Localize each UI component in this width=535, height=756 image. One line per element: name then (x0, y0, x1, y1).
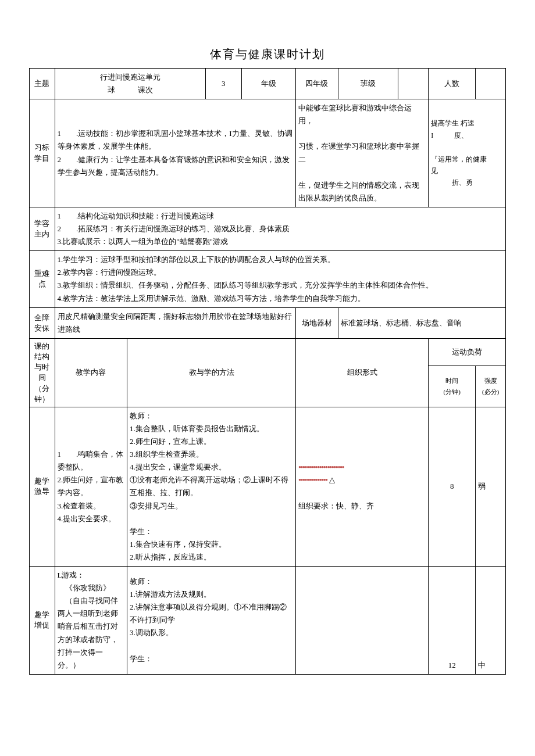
label-topic: 主题 (30, 69, 55, 99)
seg2-org (296, 567, 429, 675)
col-content: 教学内容 (55, 338, 127, 407)
grade-value: 四年级 (296, 69, 338, 99)
label-class: 班级 (338, 69, 398, 99)
col-method: 教与学的方法 (127, 338, 295, 407)
col-org: 组织形式 (296, 338, 429, 407)
col-structure: 课的结构与时间（分钟） (30, 338, 55, 407)
label-equipment: 场地器材 (296, 307, 338, 338)
count-value (476, 69, 506, 99)
seg1-org: •••••••••••••••••••••• •••••••••••••• △ … (296, 407, 429, 566)
row-segment-1: 趣学激导 1 .鸣哨集合，体委整队。 2.师生问好，宣布教学内容。 3.检查着装… (30, 407, 506, 566)
lesson-plan-table: 主题 行进间慢跑运单元 球 课次 3 年级 四年级 班级 人数 习标学目 1 .… (29, 68, 506, 675)
equipment-value: 标准篮球场、标志桶、标志盘、音响 (338, 307, 505, 338)
page-title: 体育与健康课时计划 (29, 46, 506, 62)
label-keypoints: 重难点 (30, 251, 55, 307)
seg1-time: 8 (429, 407, 476, 566)
goals-left: 1 .运动技能：初步掌握和巩固小篮球基本技术，I力量、灵敏、协调等身体素质，发展… (55, 99, 296, 207)
org-dots-tri-row: •••••••••••••• △ (298, 474, 426, 486)
goals-right: 提高学生 朽速 I 度、 『运用常，的健康 见 折、勇 (429, 99, 506, 207)
row-section-header: 课的结构与时间（分钟） 教学内容 教与学的方法 组织形式 运动负荷 (30, 338, 506, 366)
seg2-content: L游戏： 《你攻我防》 （自由寻找同伴两人一组听到老师哨音后相互击打对方的球或者… (55, 567, 127, 675)
triangle-icon: △ (329, 475, 335, 484)
label-safety: 全障安保 (30, 307, 55, 338)
seg2-time: 12 (429, 567, 476, 675)
seg1-intensity: 弱 (476, 407, 506, 566)
topic-value: 行进间慢跑运单元 球 课次 (55, 69, 205, 99)
org-dots-row2: •••••••••••••• (298, 475, 327, 484)
goals-mid: 中能够在篮球比赛和游戏中综合运用， 习惯，在课堂学习和篮球比赛中掌握二 生，促进… (296, 99, 429, 207)
keypoints-body: 1.学生学习：运球手型和按拍球的部位以及上下肢的协调配合及人与球的位置关系。 2… (55, 251, 505, 307)
org-dots-row1: •••••••••••••••••••••• (298, 461, 426, 474)
row-segment-2: 趣学增促 L游戏： 《你攻我防》 （自由寻找同伴两人一组听到老师哨音后相互击打对… (30, 567, 506, 675)
seg2-intensity: 中 (476, 567, 506, 675)
safety-measure: 用皮尺精确测量安全间隔距离，摆好标志物并用胶带在篮球场地贴好行进路线 (55, 307, 296, 338)
row-content: 学容主内 1 .结构化运动知识和技能：行进间慢跑运球 2 .拓展练习：有关行进间… (30, 207, 506, 250)
col-intensity: 强度 (必分) (476, 366, 506, 407)
class-value (398, 69, 429, 99)
seg1-method: 教师： 1.集合整队，听体育委员报告出勤情况。 2.师生问好，宣布上课。 3.组… (127, 407, 295, 566)
label-grade: 年级 (241, 69, 295, 99)
org-requirement: 组织要求：快、静、齐 (298, 500, 426, 513)
row-goals: 习标学目 1 .运动技能：初步掌握和巩固小篮球基本技术，I力量、灵敏、协调等身体… (30, 99, 506, 207)
row-safety: 全障安保 用皮尺精确测量安全间隔距离，摆好标志物并用胶带在篮球场地贴好行进路线 … (30, 307, 506, 338)
col-load: 运动负荷 (429, 338, 506, 366)
label-content: 学容主内 (30, 207, 55, 250)
label-count: 人数 (429, 69, 476, 99)
seg1-label: 趣学激导 (30, 407, 55, 566)
row-topic: 主题 行进间慢跑运单元 球 课次 3 年级 四年级 班级 人数 (30, 69, 506, 99)
content-body: 1 .结构化运动知识和技能：行进间慢跑运球 2 .拓展练习：有关行进间慢跑运球的… (55, 207, 505, 250)
col-time: 时间 (分钟) (429, 366, 476, 407)
session-number: 3 (205, 69, 241, 99)
seg1-content: 1 .鸣哨集合，体委整队。 2.师生问好，宣布教学内容。 3.检查着装。 4.提… (55, 407, 127, 566)
row-keypoints: 重难点 1.学生学习：运球手型和按拍球的部位以及上下肢的协调配合及人与球的位置关… (30, 251, 506, 307)
seg2-label: 趣学增促 (30, 567, 55, 675)
seg2-method: 教师： 1.讲解游戏方法及规则。 2.讲解注意事项以及得分规则。①不准用脚踢②不… (127, 567, 295, 675)
label-goals: 习标学目 (30, 99, 55, 207)
